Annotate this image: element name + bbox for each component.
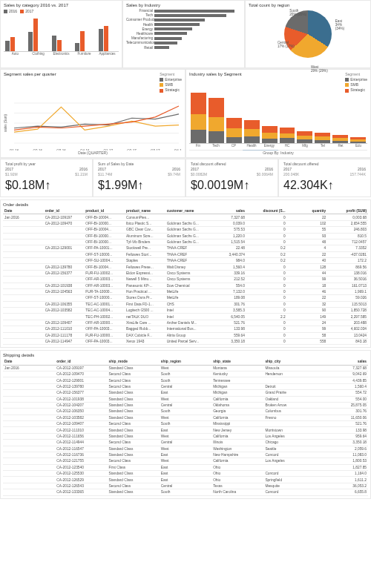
table-row[interactable]: CA-2012-116547Standard ClassWestWashingt… <box>3 446 368 452</box>
cell: 22 <box>287 295 328 301</box>
table-row[interactable]: CA-2012-126543Second ClassCentralTexasMe… <box>3 483 368 489</box>
cell: 0.2 <box>246 251 287 257</box>
cell: 0,003.68 <box>327 214 368 220</box>
col-header[interactable]: Date <box>3 208 44 214</box>
table-row[interactable]: CA-2012-104563FUR-TA-10000...Hon Practic… <box>3 288 368 294</box>
table-row[interactable]: CA-2012-111178FUR-FU-10000...DAX Cubicle… <box>3 332 368 338</box>
cell: 554.00 <box>316 396 368 402</box>
cell: Mississippi <box>211 421 263 427</box>
cell: South <box>160 421 211 427</box>
table-row[interactable]: CA-2012-126529Standard ClassEastOhioSpri… <box>3 477 368 483</box>
table-title: Shipping details <box>3 353 368 357</box>
table-row[interactable]: OFF-BI-10000...Tyf-Vib BindersGoldman Sa… <box>3 239 368 245</box>
table-row[interactable]: CA-2012-116736Standard ClassEastNew Hamp… <box>3 452 368 457</box>
cell: Second Class <box>108 483 160 489</box>
table-row[interactable]: CA-2012-123540First ClassEastOhio1,827.8… <box>3 464 368 470</box>
table-row[interactable]: CA-2012-109470Second ClassSouthKentuckyH… <box>3 371 368 377</box>
cell: Standard Class <box>108 365 160 371</box>
cell <box>3 377 55 383</box>
col-header[interactable]: profit (SUM) <box>327 208 368 214</box>
table-row[interactable]: OFF-ST-10000...Storex Dura Pr...MetLife1… <box>3 295 368 301</box>
cell: 1,515.54 <box>206 239 246 245</box>
cell <box>44 233 85 239</box>
cell: New Hampshire <box>211 452 263 457</box>
cell: THAA-CREF <box>165 245 206 251</box>
cell: 0 <box>246 277 287 283</box>
chart-scrollbar[interactable] <box>189 150 367 151</box>
table-row[interactable]: CA-2012-111010Standard ClassEastNew Jers… <box>3 427 368 433</box>
table-row[interactable]: CA-2012-109470OFF-BI-10000...Ibico Plast… <box>3 220 368 226</box>
col-header[interactable]: sales <box>316 359 368 365</box>
table-row[interactable]: OFF-AR-10003...Newell 5 Minu...Cisco Sys… <box>3 277 368 283</box>
table-row[interactable]: OFF-BI-10004...GBC Clear Cov...Goldman S… <box>3 227 368 233</box>
table-row[interactable]: CA-2012-139780OFF-BI-10004...Fellowes Pr… <box>3 264 368 270</box>
cell: 24 <box>287 320 328 326</box>
table-row[interactable]: CA-2012-129001OFF-PA-10001...Stockwell P… <box>3 245 368 251</box>
table-row[interactable]: CA-2012-111010OFF-PA-10003...Bagged Rubb… <box>3 326 368 332</box>
col-header[interactable]: Date <box>3 359 55 365</box>
table-row[interactable]: CA-2012-101938Standard ClassWestCaliforn… <box>3 396 368 402</box>
cell: Second Class <box>108 383 160 389</box>
col-header[interactable]: sales <box>206 208 246 214</box>
table-row[interactable]: Jan 2016CA-2012-109197OFF-BI-10004...Con… <box>3 214 368 220</box>
table-row[interactable]: CA-2012-114947OFF-PA-10003...Xerox 1943U… <box>3 338 368 344</box>
table-row[interactable]: CA-2012-133365Standard ClassSouthNorth C… <box>3 489 368 495</box>
table-row[interactable]: CA-2012-106350Standard ClassSouthGeorgia… <box>3 409 368 414</box>
table-row[interactable]: CA-2012-103582TEC-AC-10004...Logitech G5… <box>3 308 368 314</box>
col-header[interactable]: customer_name <box>165 208 206 214</box>
chart-title: Industry sales by Segment <box>189 72 242 91</box>
col-header[interactable]: ship_mode <box>108 359 160 365</box>
col-header[interactable]: ship_region <box>160 359 211 365</box>
cell: CA-2012-109470 <box>55 371 107 377</box>
cell: 1,560.4 <box>206 264 246 270</box>
cell: OFF-BI-10000... <box>84 239 125 245</box>
cell: CA-2012-125530 <box>55 471 107 477</box>
table-row[interactable]: CA-2012-156377Standard ClassEastMichigan… <box>3 390 368 396</box>
table-row[interactable]: OFF-SU-10004...StaplesTHAA-CREF984.00.24… <box>3 258 368 264</box>
cell: Standard Class <box>108 390 160 396</box>
table-row[interactable]: CA-2012-125530Standard ClassEastOhioConc… <box>3 471 368 477</box>
table-row[interactable]: CA-2012-109407OFF-AR-10000...XtraLife Ca… <box>3 320 368 326</box>
table-row[interactable]: CA-2012-114944Second ClassCentralIllinoi… <box>3 440 368 446</box>
col-header[interactable]: ship_city <box>263 359 315 365</box>
table-row[interactable]: CA-2012-109407Second ClassSouthMississip… <box>3 421 368 427</box>
cell: 1,969.1 <box>327 288 368 294</box>
cell: 712.0457 <box>327 239 368 245</box>
col-header[interactable]: product_name <box>125 208 165 214</box>
table-row[interactable]: CA-2012-121755Second ClassWestCalifornia… <box>3 458 368 464</box>
col-header[interactable]: discount (S... <box>246 208 287 214</box>
cell: Detroit <box>263 383 315 389</box>
table-row[interactable]: Jan 2016CA-2012-109197Standard ClassWest… <box>3 365 368 371</box>
table-row[interactable]: CA-2012-103582Standard ClassWestCaliforn… <box>3 414 368 420</box>
col-header[interactable]: order_id <box>44 208 85 214</box>
cell <box>3 320 44 326</box>
table-row[interactable]: OFF-ST-10000...Fellowes Stor/...THAA-CRE… <box>3 251 368 257</box>
table-row[interactable]: CA-2012-129001Second ClassSouthTennessee… <box>3 377 368 383</box>
table-row[interactable]: OFF-BI-10000...Aluminum Scre...Goldman S… <box>3 233 368 239</box>
cell: East <box>160 477 211 483</box>
col-header[interactable]: product_id <box>84 208 125 214</box>
cell: 22.48 <box>206 245 246 251</box>
table-row[interactable]: CA-2012-106355TEC-AC-10001...First Data … <box>3 301 368 307</box>
col-header[interactable]: order_id <box>55 359 107 365</box>
hbars: FinancialTechConsumer ProductsHealthEner… <box>126 9 241 50</box>
cell: 212.52 <box>206 277 246 283</box>
cell <box>44 239 85 245</box>
table-row[interactable]: CA-2012-156377FUR-FU-10002...Eldon Expre… <box>3 270 368 276</box>
col-header[interactable]: ship_state <box>211 359 263 365</box>
table-row[interactable]: CA-2012-101938OFF-AR-10003...Panasonic K… <box>3 283 368 288</box>
table-title: Order details <box>3 202 368 207</box>
kpi-card: Total discount offered 20172016 200.048K… <box>278 159 371 197</box>
table-row[interactable]: CA-2012-111656Standard ClassWestCaliforn… <box>3 433 368 439</box>
table-row[interactable]: CA-2012-104207Standard ClassCentralOklah… <box>3 402 368 408</box>
cell: 59.026 <box>327 295 368 301</box>
cell <box>3 258 44 264</box>
table-row[interactable]: CA-2012-139780Second ClassCentralMichiga… <box>3 383 368 389</box>
cell: 4,439.85 <box>316 377 368 383</box>
cell <box>3 489 55 495</box>
cell: 7,132.0 <box>206 288 246 294</box>
cell: CA-2012-111010 <box>55 427 107 433</box>
col-header[interactable]: quantity <box>287 208 328 214</box>
cell: United Parcel Serv... <box>165 338 206 344</box>
table-row[interactable]: TEC-PH-10002...netTALK DUOIntel6,540.052… <box>3 314 368 320</box>
